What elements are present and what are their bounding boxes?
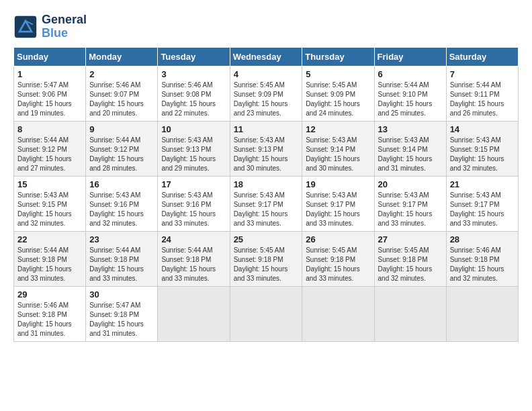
day-info: Sunrise: 5:45 AM Sunset: 9:09 PM Dayligh…	[234, 81, 299, 118]
weekday-header-saturday: Saturday	[446, 47, 518, 66]
day-info: Sunrise: 5:44 AM Sunset: 9:12 PM Dayligh…	[89, 136, 154, 173]
day-info: Sunrise: 5:43 AM Sunset: 9:13 PM Dayligh…	[161, 136, 226, 173]
day-info: Sunrise: 5:46 AM Sunset: 9:18 PM Dayligh…	[17, 301, 82, 338]
day-number: 11	[234, 124, 299, 134]
day-info: Sunrise: 5:43 AM Sunset: 9:15 PM Dayligh…	[450, 136, 515, 173]
calendar-cell: 27 Sunrise: 5:45 AM Sunset: 9:18 PM Dayl…	[374, 231, 446, 286]
day-info: Sunrise: 5:43 AM Sunset: 9:17 PM Dayligh…	[378, 191, 443, 228]
day-info: Sunrise: 5:45 AM Sunset: 9:18 PM Dayligh…	[234, 246, 299, 283]
day-info: Sunrise: 5:45 AM Sunset: 9:18 PM Dayligh…	[306, 246, 370, 283]
day-number: 16	[89, 179, 154, 189]
day-info: Sunrise: 5:43 AM Sunset: 9:17 PM Dayligh…	[450, 191, 515, 228]
day-number: 13	[378, 124, 443, 134]
calendar-cell: 11 Sunrise: 5:43 AM Sunset: 9:13 PM Dayl…	[230, 121, 302, 176]
day-info: Sunrise: 5:45 AM Sunset: 9:09 PM Dayligh…	[306, 81, 370, 118]
calendar-cell: 14 Sunrise: 5:43 AM Sunset: 9:15 PM Dayl…	[446, 121, 518, 176]
calendar-cell: 17 Sunrise: 5:43 AM Sunset: 9:16 PM Dayl…	[158, 176, 230, 231]
day-info: Sunrise: 5:46 AM Sunset: 9:18 PM Dayligh…	[450, 246, 515, 283]
day-info: Sunrise: 5:43 AM Sunset: 9:15 PM Dayligh…	[17, 191, 82, 228]
day-number: 15	[17, 179, 82, 189]
day-number: 4	[234, 69, 299, 79]
calendar-cell: 12 Sunrise: 5:43 AM Sunset: 9:14 PM Dayl…	[302, 121, 374, 176]
calendar-cell: 25 Sunrise: 5:45 AM Sunset: 9:18 PM Dayl…	[230, 231, 302, 286]
calendar-cell	[158, 286, 230, 341]
calendar-table: SundayMondayTuesdayWednesdayThursdayFrid…	[13, 47, 519, 342]
day-number: 22	[17, 234, 82, 244]
calendar-cell: 30 Sunrise: 5:47 AM Sunset: 9:18 PM Dayl…	[86, 286, 158, 341]
day-info: Sunrise: 5:43 AM Sunset: 9:17 PM Dayligh…	[234, 191, 299, 228]
day-number: 10	[161, 124, 226, 134]
calendar-cell	[446, 286, 518, 341]
day-number: 25	[234, 234, 299, 244]
calendar-cell: 18 Sunrise: 5:43 AM Sunset: 9:17 PM Dayl…	[230, 176, 302, 231]
day-number: 21	[450, 179, 515, 189]
calendar-cell: 15 Sunrise: 5:43 AM Sunset: 9:15 PM Dayl…	[14, 176, 86, 231]
calendar-cell: 20 Sunrise: 5:43 AM Sunset: 9:17 PM Dayl…	[374, 176, 446, 231]
day-number: 19	[306, 179, 370, 189]
logo-icon	[13, 15, 38, 39]
calendar-cell: 2 Sunrise: 5:46 AM Sunset: 9:07 PM Dayli…	[86, 66, 158, 121]
day-info: Sunrise: 5:46 AM Sunset: 9:07 PM Dayligh…	[89, 81, 154, 118]
day-number: 9	[89, 124, 154, 134]
calendar-cell: 23 Sunrise: 5:44 AM Sunset: 9:18 PM Dayl…	[86, 231, 158, 286]
calendar-week-5: 29 Sunrise: 5:46 AM Sunset: 9:18 PM Dayl…	[14, 286, 519, 341]
calendar-cell: 7 Sunrise: 5:44 AM Sunset: 9:11 PM Dayli…	[446, 66, 518, 121]
day-number: 5	[306, 69, 370, 79]
day-number: 27	[378, 234, 443, 244]
weekday-header-thursday: Thursday	[302, 47, 374, 66]
day-info: Sunrise: 5:43 AM Sunset: 9:14 PM Dayligh…	[306, 136, 370, 173]
calendar-cell: 28 Sunrise: 5:46 AM Sunset: 9:18 PM Dayl…	[446, 231, 518, 286]
calendar-cell: 1 Sunrise: 5:47 AM Sunset: 9:06 PM Dayli…	[14, 66, 86, 121]
day-number: 7	[450, 69, 515, 79]
calendar-week-2: 8 Sunrise: 5:44 AM Sunset: 9:12 PM Dayli…	[14, 121, 519, 176]
day-info: Sunrise: 5:47 AM Sunset: 9:06 PM Dayligh…	[17, 81, 82, 118]
calendar-cell: 9 Sunrise: 5:44 AM Sunset: 9:12 PM Dayli…	[86, 121, 158, 176]
calendar-cell: 24 Sunrise: 5:44 AM Sunset: 9:18 PM Dayl…	[158, 231, 230, 286]
day-number: 2	[89, 69, 154, 79]
day-number: 26	[306, 234, 370, 244]
weekday-header-tuesday: Tuesday	[158, 47, 230, 66]
calendar-cell: 8 Sunrise: 5:44 AM Sunset: 9:12 PM Dayli…	[14, 121, 86, 176]
day-info: Sunrise: 5:43 AM Sunset: 9:16 PM Dayligh…	[89, 191, 154, 228]
day-number: 30	[89, 289, 154, 300]
calendar-cell: 13 Sunrise: 5:43 AM Sunset: 9:14 PM Dayl…	[374, 121, 446, 176]
calendar-cell: 5 Sunrise: 5:45 AM Sunset: 9:09 PM Dayli…	[302, 66, 374, 121]
weekday-header-friday: Friday	[374, 47, 446, 66]
day-number: 8	[17, 124, 82, 134]
day-number: 23	[89, 234, 154, 244]
weekday-header-sunday: Sunday	[14, 47, 86, 66]
day-info: Sunrise: 5:43 AM Sunset: 9:13 PM Dayligh…	[234, 136, 299, 173]
calendar-cell: 29 Sunrise: 5:46 AM Sunset: 9:18 PM Dayl…	[14, 286, 86, 341]
day-info: Sunrise: 5:47 AM Sunset: 9:18 PM Dayligh…	[89, 301, 154, 338]
day-number: 6	[378, 69, 443, 79]
day-number: 28	[450, 234, 515, 244]
calendar-week-4: 22 Sunrise: 5:44 AM Sunset: 9:18 PM Dayl…	[14, 231, 519, 286]
logo-text: General Blue	[42, 13, 87, 40]
calendar-cell	[374, 286, 446, 341]
calendar-header-row: SundayMondayTuesdayWednesdayThursdayFrid…	[14, 47, 519, 66]
calendar-cell: 6 Sunrise: 5:44 AM Sunset: 9:10 PM Dayli…	[374, 66, 446, 121]
calendar-week-1: 1 Sunrise: 5:47 AM Sunset: 9:06 PM Dayli…	[14, 66, 519, 121]
day-number: 14	[450, 124, 515, 134]
day-number: 1	[17, 69, 82, 79]
day-info: Sunrise: 5:44 AM Sunset: 9:10 PM Dayligh…	[378, 81, 443, 118]
logo: General Blue	[13, 13, 87, 40]
calendar-cell: 26 Sunrise: 5:45 AM Sunset: 9:18 PM Dayl…	[302, 231, 374, 286]
calendar-cell	[302, 286, 374, 341]
day-number: 18	[234, 179, 299, 189]
day-number: 24	[161, 234, 226, 244]
calendar-cell: 10 Sunrise: 5:43 AM Sunset: 9:13 PM Dayl…	[158, 121, 230, 176]
calendar-cell: 21 Sunrise: 5:43 AM Sunset: 9:17 PM Dayl…	[446, 176, 518, 231]
calendar-cell: 16 Sunrise: 5:43 AM Sunset: 9:16 PM Dayl…	[86, 176, 158, 231]
day-number: 3	[161, 69, 226, 79]
day-number: 29	[17, 289, 82, 300]
day-info: Sunrise: 5:44 AM Sunset: 9:12 PM Dayligh…	[17, 136, 82, 173]
day-info: Sunrise: 5:44 AM Sunset: 9:18 PM Dayligh…	[89, 246, 154, 283]
day-info: Sunrise: 5:44 AM Sunset: 9:18 PM Dayligh…	[161, 246, 226, 283]
day-info: Sunrise: 5:44 AM Sunset: 9:11 PM Dayligh…	[450, 81, 515, 118]
calendar-cell: 4 Sunrise: 5:45 AM Sunset: 9:09 PM Dayli…	[230, 66, 302, 121]
weekday-header-wednesday: Wednesday	[230, 47, 302, 66]
weekday-header-monday: Monday	[86, 47, 158, 66]
day-info: Sunrise: 5:45 AM Sunset: 9:18 PM Dayligh…	[378, 246, 443, 283]
calendar-cell: 19 Sunrise: 5:43 AM Sunset: 9:17 PM Dayl…	[302, 176, 374, 231]
